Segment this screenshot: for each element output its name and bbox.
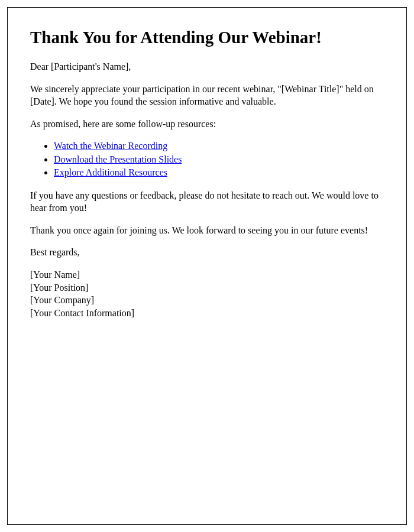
resources-link[interactable]: Explore Additional Resources [54, 167, 167, 177]
greeting: Dear [Participant's Name], [30, 60, 384, 73]
signature-position: [Your Position] [30, 281, 384, 294]
list-item: Explore Additional Resources [54, 166, 384, 179]
resource-list: Watch the Webinar Recording Download the… [54, 140, 384, 179]
signature-company: [Your Company] [30, 294, 384, 307]
signature-block: [Your Name] [Your Position] [Your Compan… [30, 268, 384, 319]
page-title: Thank You for Attending Our Webinar! [30, 28, 384, 47]
resources-intro: As promised, here are some follow-up res… [30, 118, 384, 131]
thankyou-paragraph: Thank you once again for joining us. We … [30, 224, 384, 237]
list-item: Download the Presentation Slides [54, 153, 384, 166]
intro-paragraph: We sincerely appreciate your participati… [30, 83, 384, 108]
slides-link[interactable]: Download the Presentation Slides [54, 154, 182, 164]
document-page: Thank You for Attending Our Webinar! Dea… [7, 7, 407, 525]
recording-link[interactable]: Watch the Webinar Recording [54, 141, 167, 151]
list-item: Watch the Webinar Recording [54, 140, 384, 153]
signature-name: [Your Name] [30, 268, 384, 281]
closing: Best regards, [30, 246, 384, 259]
feedback-paragraph: If you have any questions or feedback, p… [30, 189, 384, 215]
signature-contact: [Your Contact Information] [30, 307, 384, 320]
